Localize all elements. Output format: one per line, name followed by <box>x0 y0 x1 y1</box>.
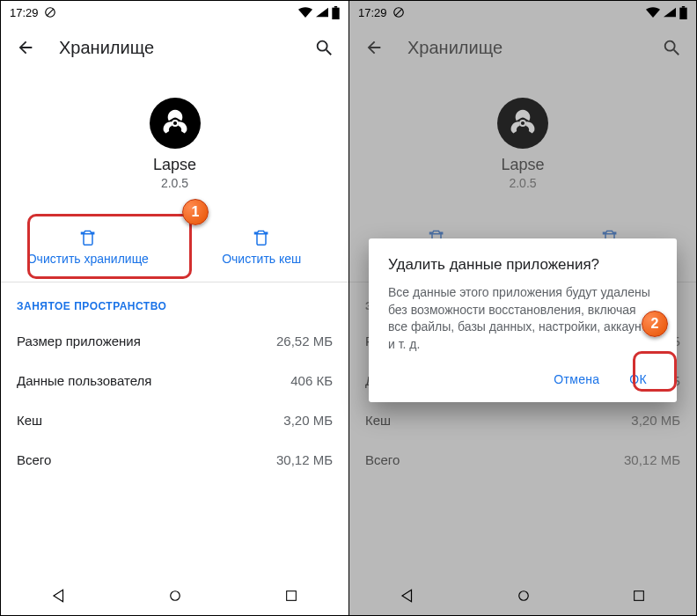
app-info: Lapse 2.0.5 <box>349 98 696 190</box>
status-bar: 17:29 <box>349 1 696 24</box>
battery-icon <box>679 6 687 19</box>
cell-signal-icon <box>664 7 676 18</box>
row-cache: Кеш3,20 МБ <box>1 400 348 440</box>
svg-point-4 <box>318 41 327 51</box>
svg-point-13 <box>665 41 675 51</box>
app-name: Lapse <box>1 156 348 174</box>
svg-rect-3 <box>334 6 337 8</box>
svg-line-5 <box>326 50 332 55</box>
dialog-ok-button[interactable]: ОК <box>619 365 657 393</box>
status-time: 17:29 <box>10 6 39 19</box>
svg-line-14 <box>674 50 679 55</box>
app-bar: Хранилище <box>1 24 348 71</box>
trash-icon <box>79 229 97 246</box>
back-button[interactable] <box>356 30 392 65</box>
nav-recents-button[interactable] <box>284 589 298 603</box>
page-title: Хранилище <box>407 38 638 58</box>
confirm-dialog: Удалить данные приложения? Все данные эт… <box>369 238 677 402</box>
nav-back-button[interactable] <box>400 588 415 604</box>
app-version: 2.0.5 <box>1 176 348 190</box>
svg-rect-8 <box>286 591 296 601</box>
nav-home-button[interactable] <box>516 588 532 604</box>
clear-cache-label: Очистить кеш <box>222 252 301 266</box>
section-label: ЗАНЯТОЕ ПРОСТРАНСТВО <box>1 282 348 321</box>
annotation-badge-1: 1 <box>182 199 209 225</box>
app-icon <box>150 98 201 149</box>
app-name: Lapse <box>349 156 696 174</box>
annotation-badge-2: 2 <box>642 311 668 337</box>
svg-point-16 <box>519 591 529 601</box>
dialog-actions: Отмена ОК <box>388 365 657 393</box>
back-button[interactable] <box>8 30 43 65</box>
svg-line-1 <box>46 9 53 16</box>
svg-line-10 <box>394 9 401 16</box>
nav-bar <box>349 576 696 615</box>
row-total: Всего30,12 МБ <box>349 440 696 480</box>
app-bar: Хранилище <box>349 24 696 71</box>
clear-cache-button[interactable]: Очистить кеш <box>175 220 349 276</box>
svg-point-15 <box>520 121 525 126</box>
dialog-body: Все данные этого приложения будут удален… <box>388 284 657 353</box>
nav-back-button[interactable] <box>51 588 67 604</box>
clear-storage-button[interactable]: Очистить хранилище <box>1 220 175 276</box>
nav-home-button[interactable] <box>167 588 183 604</box>
battery-icon <box>332 6 340 19</box>
dialog-cancel-button[interactable]: Отмена <box>543 365 610 393</box>
trash-icon <box>253 229 270 246</box>
svg-rect-11 <box>679 7 686 18</box>
dialog-title: Удалить данные приложения? <box>388 256 657 274</box>
no-network-icon <box>393 6 405 18</box>
phone-frame: 17:29 Хранилище Lapse 2.0.5 <box>1 1 348 615</box>
svg-point-6 <box>172 121 177 126</box>
storage-rows: Размер приложения26,52 МБ Данные пользов… <box>1 321 348 480</box>
svg-rect-17 <box>635 591 644 601</box>
screenshot-right: 17:29 Хранилище Lapse 2.0.5 <box>348 1 696 615</box>
search-button[interactable] <box>306 30 341 65</box>
nav-bar <box>1 576 348 615</box>
app-icon <box>497 98 548 149</box>
nav-recents-button[interactable] <box>632 589 646 603</box>
svg-rect-2 <box>332 7 339 18</box>
action-row: Очистить хранилище Очистить кеш <box>1 220 348 282</box>
wifi-icon <box>298 7 312 18</box>
page-title: Хранилище <box>59 38 290 58</box>
no-network-icon <box>44 6 56 18</box>
row-app-size: Размер приложения26,52 МБ <box>1 321 348 361</box>
app-version: 2.0.5 <box>349 176 696 190</box>
row-cache: Кеш3,20 МБ <box>349 400 696 440</box>
clear-storage-label: Очистить хранилище <box>27 252 149 266</box>
svg-rect-12 <box>682 6 685 8</box>
search-button[interactable] <box>654 30 689 65</box>
wifi-icon <box>646 7 660 18</box>
status-time: 17:29 <box>358 6 387 19</box>
svg-point-7 <box>171 591 180 601</box>
app-info: Lapse 2.0.5 <box>1 98 348 190</box>
row-total: Всего30,12 МБ <box>1 440 348 480</box>
status-bar: 17:29 <box>1 1 348 24</box>
cell-signal-icon <box>316 7 328 18</box>
screenshot-left: 17:29 Хранилище Lapse 2.0.5 <box>1 1 348 615</box>
content: Lapse 2.0.5 Очистить хранилище Очистить … <box>1 71 348 480</box>
row-user-data: Данные пользователя406 КБ <box>1 361 348 400</box>
